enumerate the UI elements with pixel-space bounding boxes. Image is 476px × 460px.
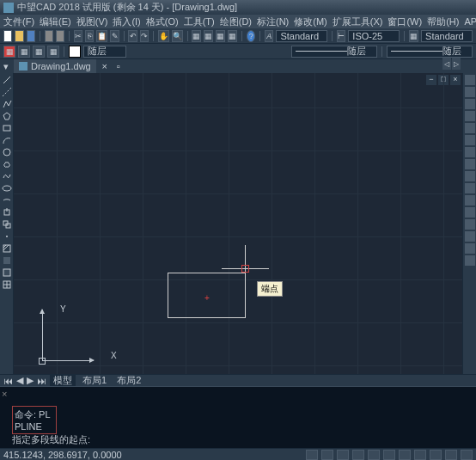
revcloud-tool[interactable]: [2, 159, 12, 169]
tablestyle-icon[interactable]: ▦: [409, 30, 418, 42]
ellipse-tool[interactable]: [2, 183, 12, 193]
otrack-toggle[interactable]: [383, 450, 395, 460]
lineweight-dropdown[interactable]: 随层: [387, 46, 473, 58]
calc-button[interactable]: ▦: [228, 30, 237, 42]
command-area[interactable]: × 命令: PL PLINE 指定多段线的起点:: [0, 386, 476, 448]
save-button[interactable]: [27, 30, 35, 42]
tab-next-icon[interactable]: ▶: [27, 375, 34, 386]
linetype-dropdown[interactable]: 随层: [291, 46, 377, 58]
scroll-right-icon[interactable]: ▷: [452, 58, 461, 70]
mirror-tool[interactable]: [465, 99, 475, 109]
hatch-tool[interactable]: [2, 243, 12, 254]
layer-prev-button[interactable]: ▦: [47, 46, 59, 58]
properties-button[interactable]: ▦: [192, 30, 201, 42]
scroll-left-icon[interactable]: ◁: [442, 58, 451, 70]
make-block-tool[interactable]: [2, 219, 12, 230]
line-tool[interactable]: [2, 75, 12, 85]
cmd-close-icon[interactable]: ×: [2, 389, 7, 399]
redo-button[interactable]: ↷: [140, 30, 149, 42]
menu-insert[interactable]: 插入(I): [113, 15, 140, 28]
dyn-toggle[interactable]: [399, 450, 411, 460]
menu-format[interactable]: 格式(O): [146, 15, 179, 28]
layout2-tab[interactable]: 布局2: [113, 374, 144, 387]
copy-tool[interactable]: [465, 87, 475, 97]
menu-dimension[interactable]: 标注(N): [257, 15, 289, 28]
osnap-toggle[interactable]: [368, 450, 380, 460]
layer-dropdown[interactable]: 随层: [83, 46, 126, 58]
match-button[interactable]: ✎: [110, 30, 119, 42]
break-tool[interactable]: [465, 207, 475, 218]
drawing-canvas[interactable]: − □ × + 端点 Y X: [14, 73, 462, 374]
fillet-tool[interactable]: [465, 243, 475, 254]
dimstyle-dropdown[interactable]: ISO-25: [348, 30, 400, 42]
tab-new-button[interactable]: ▫: [113, 61, 124, 71]
textstyle-dropdown[interactable]: Standard: [276, 30, 327, 42]
tab-close-button[interactable]: ×: [100, 61, 110, 71]
trim-tool[interactable]: [465, 183, 475, 193]
layout1-tab[interactable]: 布局1: [79, 374, 110, 387]
arc-tool[interactable]: [2, 135, 12, 145]
polar-toggle[interactable]: [352, 450, 364, 460]
ann-toggle[interactable]: [445, 450, 457, 460]
pan-button[interactable]: ✋: [158, 30, 169, 42]
command-prompt[interactable]: 指定多段线的起点:: [12, 433, 90, 446]
layer-props-button[interactable]: ▦: [3, 46, 15, 58]
rotate-tool[interactable]: [465, 147, 475, 157]
paste-button[interactable]: 📋: [96, 30, 107, 42]
model-tab[interactable]: 模型: [50, 374, 76, 387]
help-button[interactable]: ?: [247, 30, 255, 42]
tab-dropdown-icon[interactable]: ▾: [3, 61, 14, 72]
tab-first-icon[interactable]: ⏮: [3, 376, 13, 386]
ellipse-arc-tool[interactable]: [2, 195, 12, 205]
ortho-toggle[interactable]: [337, 450, 349, 460]
rectangle-tool[interactable]: [2, 123, 12, 133]
spline-tool[interactable]: [2, 171, 12, 181]
table-tool[interactable]: [2, 279, 12, 290]
move-tool[interactable]: [465, 135, 475, 145]
circle-tool[interactable]: [2, 147, 12, 157]
lwt-toggle[interactable]: [414, 450, 426, 460]
cut-button[interactable]: ✂: [74, 30, 82, 42]
grid-toggle[interactable]: [321, 450, 333, 460]
tab-last-icon[interactable]: ⏭: [37, 376, 46, 386]
region-tool[interactable]: [2, 267, 12, 278]
gradient-tool[interactable]: [2, 255, 12, 266]
dimstyle-icon[interactable]: ⊢: [337, 30, 345, 42]
color-button[interactable]: [69, 46, 81, 58]
insert-block-tool[interactable]: [2, 207, 12, 218]
new-button[interactable]: [3, 30, 12, 42]
erase-tool[interactable]: [465, 75, 475, 85]
polygon-tool[interactable]: [2, 111, 12, 121]
stretch-tool[interactable]: [465, 171, 475, 181]
join-tool[interactable]: [465, 219, 475, 230]
menu-file[interactable]: 文件(F): [3, 15, 34, 28]
polyline-tool[interactable]: [2, 99, 12, 109]
design-center-button[interactable]: ▦: [204, 30, 213, 42]
menu-draw[interactable]: 绘图(D): [220, 15, 252, 28]
model-toggle[interactable]: [430, 450, 442, 460]
point-tool[interactable]: [2, 231, 12, 242]
copy-button[interactable]: ⎘: [85, 30, 94, 42]
menu-window[interactable]: 窗口(W): [388, 15, 422, 28]
undo-button[interactable]: ↶: [128, 30, 137, 42]
menu-edit[interactable]: 编辑(E): [40, 15, 71, 28]
snap-toggle[interactable]: [306, 450, 318, 460]
plot-button[interactable]: [45, 30, 53, 42]
tool-palette-button[interactable]: ▦: [216, 30, 225, 42]
explode-tool[interactable]: [465, 255, 475, 266]
array-tool[interactable]: [465, 123, 475, 133]
menu-view[interactable]: 视图(V): [76, 15, 108, 28]
menu-help[interactable]: 帮助(H): [427, 15, 459, 28]
scale-tool[interactable]: [465, 159, 475, 169]
layer-iso-button[interactable]: ▦: [33, 46, 45, 58]
tab-prev-icon[interactable]: ◀: [16, 375, 23, 386]
offset-tool[interactable]: [465, 111, 475, 121]
menu-express[interactable]: 扩展工具(X): [333, 15, 383, 28]
annoscale-toggle[interactable]: [461, 450, 473, 460]
zoom-button[interactable]: 🔍: [172, 30, 183, 42]
chamfer-tool[interactable]: [465, 231, 475, 242]
open-button[interactable]: [15, 30, 23, 42]
preview-button[interactable]: [56, 30, 64, 42]
menu-modify[interactable]: 修改(M): [294, 15, 327, 28]
document-tab[interactable]: Drawing1.dwg: [14, 59, 96, 73]
